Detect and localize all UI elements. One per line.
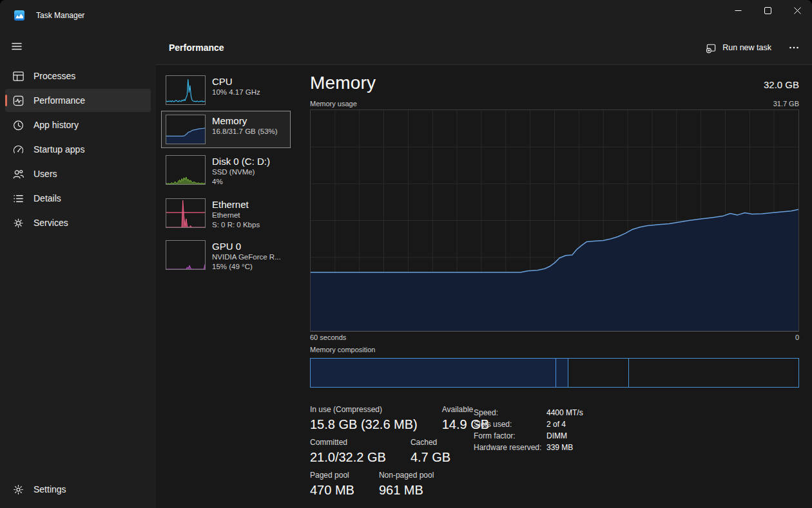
composition-segment <box>568 359 629 387</box>
window-controls <box>723 0 812 21</box>
detail-speed: Speed: 4400 MT/s <box>474 407 583 419</box>
memory-composition-bar <box>310 358 799 388</box>
processes-icon <box>12 70 24 82</box>
sidebar-item-label: Performance <box>34 95 85 106</box>
perf-item-title: CPU <box>212 75 260 88</box>
sidebar-item-label: Services <box>34 218 68 228</box>
stat-committed: Committed 21.0/32.2 GB <box>310 438 386 465</box>
memory-title: Memory <box>310 73 376 93</box>
perf-item-subtitle: S: 0 R: 0 Kbps <box>212 220 260 230</box>
page-title: Performance <box>169 42 224 53</box>
gear-icon <box>12 483 24 496</box>
perf-item-disk[interactable]: Disk 0 (C: D:) SSD (NVMe) 4% <box>166 155 270 187</box>
perf-item-subtitle: 10% 4.17 GHz <box>212 88 260 97</box>
task-manager-app-icon <box>14 10 24 21</box>
detail-slots-used: Slots used: 2 of 4 <box>474 419 583 430</box>
sidebar-item-services[interactable]: Services <box>5 211 151 234</box>
stat-paged-pool: Paged pool 470 MB <box>310 471 354 498</box>
sidebar-item-label: Processes <box>34 71 75 81</box>
memory-composition-label: Memory composition <box>310 346 375 353</box>
perf-item-subtitle: 15% (49 °C) <box>212 262 281 272</box>
page-header: Performance Run new task <box>156 31 812 65</box>
details-icon <box>12 192 24 205</box>
nav-menu-button[interactable] <box>10 40 23 53</box>
memory-mini-chart <box>166 115 206 144</box>
sidebar-item-label: Startup apps <box>34 144 84 155</box>
sidebar-item-settings[interactable]: Settings <box>5 478 151 501</box>
gpu-mini-chart <box>166 240 206 270</box>
services-icon <box>12 216 24 229</box>
perf-item-subtitle: SSD (NVMe) <box>212 167 270 177</box>
perf-item-title: GPU 0 <box>212 240 281 252</box>
app-history-icon <box>12 118 24 131</box>
performance-icon <box>12 94 24 107</box>
perf-item-subtitle: 16.8/31.7 GB (53%) <box>212 127 278 136</box>
selected-accent-bar <box>5 95 7 106</box>
titlebar: Task Manager <box>0 0 812 31</box>
sidebar-item-label: Details <box>34 193 61 203</box>
run-new-task-button[interactable]: Run new task <box>699 38 778 58</box>
perf-item-subtitle: NVIDIA GeForce R... <box>212 252 281 262</box>
stat-cached: Cached 4.7 GB <box>411 438 450 465</box>
perf-item-title: Ethernet <box>212 198 260 211</box>
composition-segment <box>311 359 556 387</box>
header-actions: Run new task <box>699 31 807 64</box>
window-title: Task Manager <box>36 11 84 20</box>
memory-hardware-details: Speed: 4400 MT/s Slots used: 2 of 4 Form… <box>474 407 583 453</box>
perf-item-memory-selected[interactable]: Memory 16.8/31.7 GB (53%) <box>161 111 291 148</box>
memory-usage-chart <box>310 109 799 332</box>
detail-form-factor: Form factor: DIMM <box>474 430 583 442</box>
stat-in-use: In use (Compressed) 15.8 GB (32.6 MB) <box>310 405 418 432</box>
perf-item-subtitle: 4% <box>212 177 270 187</box>
perf-item-ethernet[interactable]: Ethernet Ethernet S: 0 R: 0 Kbps <box>166 198 260 230</box>
perf-item-cpu[interactable]: CPU 10% 4.17 GHz <box>166 75 260 105</box>
detail-hardware-reserved: Hardware reserved: 339 MB <box>474 442 583 453</box>
startup-apps-icon <box>12 143 24 156</box>
memory-detail-pane: Memory 32.0 GB Memory usage 31.7 GB 60 s… <box>310 65 799 508</box>
run-new-task-icon <box>706 42 717 53</box>
sidebar-item-label: Users <box>34 169 57 179</box>
stat-non-paged-pool: Non-paged pool 961 MB <box>379 471 434 498</box>
time-span-label: 60 seconds <box>310 334 346 341</box>
perf-item-title: Memory <box>212 115 278 127</box>
sidebar-item-performance[interactable]: Performance <box>5 89 151 112</box>
perf-item-title: Disk 0 (C: D:) <box>212 155 270 167</box>
composition-segment <box>556 359 568 387</box>
sidebar-item-processes[interactable]: Processes <box>5 64 151 88</box>
ethernet-mini-chart <box>166 198 206 228</box>
memory-usage-label: Memory usage <box>310 100 357 108</box>
sidebar-item-app-history[interactable]: App history <box>5 113 151 136</box>
memory-total: 32.0 GB <box>764 79 799 90</box>
perf-item-subtitle: Ethernet <box>212 211 260 220</box>
left-sidebar: Processes Performance App history Startu… <box>0 31 156 508</box>
users-icon <box>12 167 24 180</box>
sidebar-item-details[interactable]: Details <box>5 187 151 210</box>
sidebar-item-startup-apps[interactable]: Startup apps <box>5 138 151 161</box>
composition-segment <box>629 359 798 387</box>
run-new-task-label: Run new task <box>722 43 771 52</box>
ellipsis-icon <box>789 42 799 53</box>
more-options-button[interactable] <box>781 38 807 57</box>
minimize-button[interactable] <box>723 0 753 21</box>
disk-mini-chart <box>166 155 206 185</box>
memory-stats: In use (Compressed) 15.8 GB (32.6 MB) Av… <box>310 405 489 503</box>
sidebar-item-users[interactable]: Users <box>5 162 151 185</box>
close-button[interactable] <box>782 0 812 21</box>
time-end-label: 0 <box>795 334 799 341</box>
performance-content: CPU 10% 4.17 GHz Memory 16.8/31.7 GB (53… <box>156 65 812 508</box>
task-manager-window: Task Manager Processes <box>0 0 812 508</box>
memory-usage-max: 31.7 GB <box>773 100 799 108</box>
sidebar-item-label: Settings <box>34 484 66 494</box>
perf-item-gpu[interactable]: GPU 0 NVIDIA GeForce R... 15% (49 °C) <box>166 240 281 272</box>
cpu-mini-chart <box>166 75 206 105</box>
maximize-button[interactable] <box>753 0 782 21</box>
sidebar-item-label: App history <box>34 120 79 130</box>
